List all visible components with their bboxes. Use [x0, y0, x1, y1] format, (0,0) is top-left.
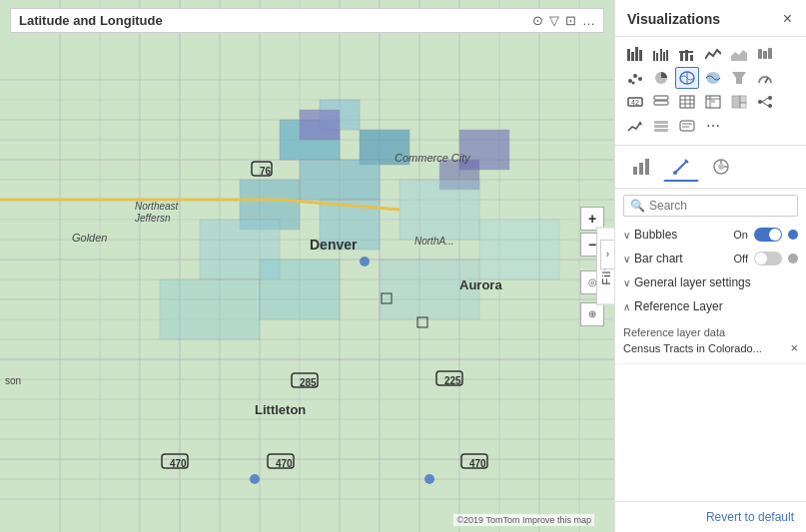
search-box[interactable]: 🔍: [623, 195, 798, 217]
svg-rect-122: [740, 96, 746, 103]
format-tab[interactable]: [663, 152, 699, 182]
svg-point-76: [360, 257, 370, 266]
general-layer-chevron: ∨: [623, 277, 630, 288]
filled-map-icon[interactable]: [701, 67, 725, 89]
svg-marker-106: [732, 72, 746, 84]
bubbles-color-dot: [788, 230, 798, 240]
bar-chart-label: Bar chart: [634, 252, 683, 266]
svg-text:Jeffersn: Jeffersn: [134, 213, 171, 224]
svg-text:NorthA...: NorthA...: [414, 236, 453, 247]
bubbles-label: Bubbles: [634, 228, 677, 242]
svg-rect-85: [653, 51, 655, 61]
svg-rect-136: [633, 167, 637, 175]
map-copyright: ©2019 TomTom Improve this map: [453, 514, 594, 526]
svg-rect-84: [639, 50, 642, 61]
svg-line-128: [762, 102, 768, 106]
gauge-icon[interactable]: [753, 67, 777, 89]
bar-chart-value: Off: [734, 253, 748, 265]
kpi-icon[interactable]: [623, 115, 647, 137]
svg-rect-131: [654, 125, 668, 128]
chevron-left-icon: ›: [606, 249, 609, 260]
analytics-tab[interactable]: [703, 152, 739, 182]
build-tab[interactable]: [623, 152, 659, 182]
svg-line-107: [765, 78, 768, 83]
svg-rect-43: [300, 110, 340, 140]
svg-point-101: [632, 82, 635, 85]
svg-rect-132: [654, 129, 668, 132]
svg-rect-83: [635, 47, 638, 61]
more-visuals-icon[interactable]: ⋯: [701, 115, 725, 137]
multi-row-card-icon[interactable]: [649, 91, 673, 113]
svg-rect-87: [660, 49, 662, 61]
pie-chart-icon[interactable]: [649, 67, 673, 89]
svg-text:Aurora: Aurora: [459, 277, 502, 292]
reference-layer-chevron: ∧: [623, 301, 630, 312]
bubbles-value: On: [733, 229, 748, 241]
visualizations-panel: Visualizations ×: [614, 0, 806, 532]
svg-rect-52: [479, 220, 559, 279]
area-chart-icon[interactable]: [727, 43, 751, 65]
panel-collapse-button[interactable]: ›: [600, 240, 614, 269]
bar-chart-toggle[interactable]: [754, 252, 782, 266]
icon-row-1: [623, 43, 798, 65]
svg-point-99: [633, 74, 637, 78]
filter-icon[interactable]: ▽: [549, 13, 559, 28]
expand-icon[interactable]: ⊡: [565, 13, 576, 28]
matrix-icon[interactable]: [701, 91, 725, 113]
settings-area: ∨ Bubbles On ∨ Bar chart Off: [615, 223, 806, 501]
location-button[interactable]: ⊕: [580, 302, 604, 326]
bar-chart-section-header[interactable]: ∨ Bar chart Off: [615, 247, 806, 270]
line-chart-icon[interactable]: [701, 43, 725, 65]
card-icon[interactable]: 42: [623, 91, 647, 113]
map-title-bar: Latitude and Longitude ⊙ ▽ ⊡ …: [10, 8, 604, 33]
clustered-bar-icon[interactable]: [649, 43, 673, 65]
more-icon[interactable]: …: [582, 13, 595, 28]
icon-row-3: 42: [623, 91, 798, 113]
svg-rect-138: [645, 159, 649, 175]
svg-rect-112: [680, 96, 694, 108]
svg-rect-96: [763, 51, 767, 59]
svg-point-142: [718, 164, 724, 170]
scatter-chart-icon[interactable]: [623, 67, 647, 89]
icon-row-4: ⋯: [623, 115, 798, 137]
map-title-actions: ⊙ ▽ ⊡ …: [532, 13, 595, 28]
svg-rect-92: [685, 50, 688, 61]
svg-rect-133: [680, 121, 694, 131]
decomp-tree-icon[interactable]: [753, 91, 777, 113]
svg-rect-81: [627, 49, 630, 61]
panel-title: Visualizations: [627, 11, 720, 27]
search-input[interactable]: [649, 199, 791, 213]
revert-area: Revert to default: [615, 501, 806, 532]
svg-marker-94: [731, 50, 747, 61]
svg-text:Denver: Denver: [310, 237, 358, 253]
svg-rect-49: [160, 279, 260, 339]
ribbon-chart-icon[interactable]: [753, 43, 777, 65]
revert-to-default-button[interactable]: Revert to default: [702, 508, 798, 526]
column-chart-icon[interactable]: [675, 43, 699, 65]
table-icon[interactable]: [675, 91, 699, 113]
general-layer-section-header[interactable]: ∨ General layer settings: [615, 270, 806, 294]
slicer-icon[interactable]: [649, 115, 673, 137]
svg-rect-48: [400, 180, 479, 240]
treemap-icon[interactable]: [727, 91, 751, 113]
bubbles-section-header[interactable]: ∨ Bubbles On: [615, 223, 806, 247]
svg-text:Commerce City: Commerce City: [395, 152, 471, 164]
reference-layer-section: ∧ Reference Layer Reference layer data C…: [615, 294, 806, 364]
stacked-bar-icon[interactable]: [623, 43, 647, 65]
reference-layer-section-header[interactable]: ∧ Reference Layer: [615, 294, 806, 318]
funnel-icon[interactable]: [727, 67, 751, 89]
focus-icon[interactable]: ⊙: [532, 13, 543, 28]
reference-layer-data-value: Census Tracts in Colorado...: [623, 342, 762, 354]
smart-narrative-icon[interactable]: [675, 115, 699, 137]
bubbles-toggle[interactable]: [754, 228, 782, 242]
reference-layer-remove-button[interactable]: ×: [790, 340, 798, 355]
panel-close-button[interactable]: ×: [781, 10, 794, 28]
panel-header: Visualizations ×: [615, 0, 806, 37]
svg-rect-50: [260, 260, 340, 319]
map-container: 76 225 285 470 470 470 Golden Northeast …: [0, 0, 614, 532]
svg-rect-97: [768, 48, 772, 59]
panel-tab-row: [615, 146, 806, 189]
svg-rect-111: [654, 101, 668, 105]
map-icon[interactable]: [675, 67, 699, 89]
map-background: 76 225 285 470 470 470 Golden Northeast …: [0, 0, 614, 532]
